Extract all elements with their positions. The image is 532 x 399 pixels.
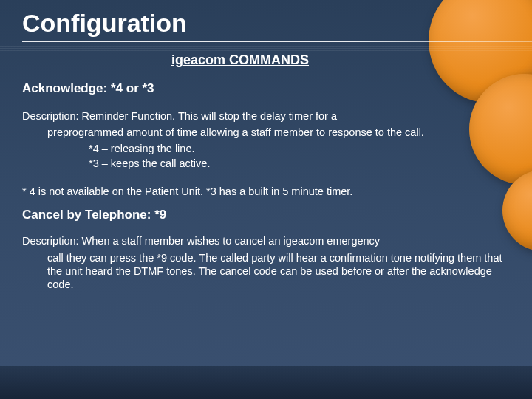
- page-title: Configuration: [22, 9, 532, 38]
- footer-band: [0, 366, 532, 399]
- title-underline: [22, 41, 532, 42]
- cancel-heading: Cancel by Telephone: *9: [22, 208, 502, 222]
- acknowledge-description-lead: Description: Reminder Function. This wil…: [22, 109, 502, 123]
- acknowledge-option-3: *3 – keeps the call active.: [22, 157, 502, 171]
- cancel-description-lead: Description: When a staff member wishes …: [22, 234, 502, 248]
- section-subtitle: igeacom COMMANDS: [22, 52, 502, 68]
- acknowledge-option-4: *4 – releasing the line.: [22, 142, 502, 157]
- acknowledge-heading: Acknowledge: *4 or *3: [22, 81, 502, 96]
- content-area: igeacom COMMANDS Acknowledge: *4 or *3 D…: [0, 47, 532, 291]
- acknowledge-description-body: preprogrammed amount of time allowing a …: [22, 126, 502, 139]
- cancel-description-body: call they can press the *9 code. The cal…: [22, 251, 502, 291]
- acknowledge-note: * 4 is not available on the Patient Unit…: [22, 185, 502, 197]
